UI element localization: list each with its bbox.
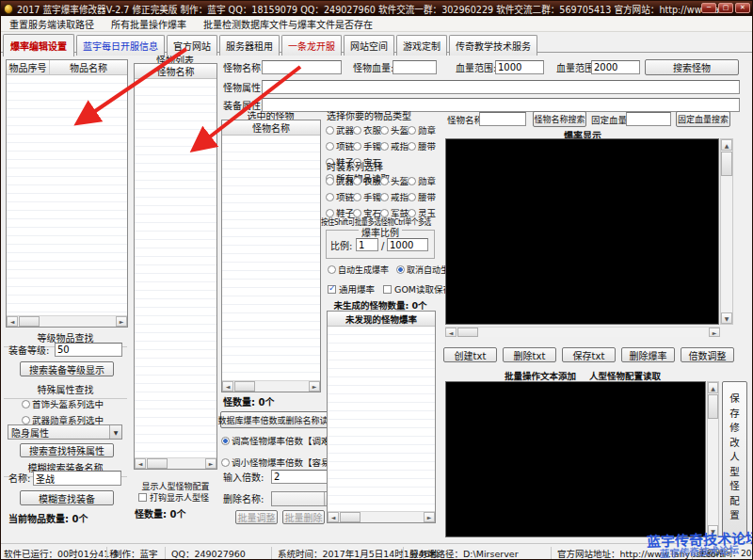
scroll-right-icon[interactable] (309, 381, 320, 392)
name-search-button[interactable]: 怪物名称搜索 (533, 111, 586, 127)
scroll-up-icon[interactable] (708, 382, 718, 393)
scroll-left-icon[interactable] (222, 381, 233, 392)
scroll-left-icon[interactable] (445, 328, 457, 337)
tab[interactable]: 游戏定制 (396, 35, 447, 56)
special-series-radio[interactable]: 首饰头盔系列选中 (22, 397, 104, 410)
tab[interactable]: 蓝宇每日开服信息 (76, 35, 165, 56)
scroll-left-icon[interactable] (135, 458, 146, 469)
rate-display-vscrollbar[interactable] (720, 138, 733, 325)
rate-display-hscrollbar[interactable] (445, 327, 720, 337)
batch-adjust-button[interactable]: 批量调整 (235, 510, 278, 524)
scroll-up-icon[interactable] (721, 139, 732, 151)
rate-display-box[interactable] (445, 138, 719, 325)
save-human-config-button[interactable]: 保存修改人型怪配置 (722, 381, 747, 537)
fuzzy-name-input[interactable] (33, 471, 121, 486)
tab[interactable]: 服务器租用 (219, 35, 280, 56)
right-monster-name-input[interactable] (479, 112, 526, 126)
item-type-radio[interactable]: 项链 (326, 139, 353, 152)
selected-list-body[interactable] (222, 136, 320, 380)
equip-attr-input[interactable] (262, 98, 740, 112)
scroll-down-icon[interactable] (721, 312, 732, 324)
item-type-radio[interactable]: 武器 (326, 123, 353, 136)
special-attr-dropdown[interactable]: 隐身属性 (8, 424, 122, 440)
scroll-right-icon[interactable] (424, 512, 435, 522)
item-type-radio[interactable]: 勋章 (408, 123, 435, 136)
monster-list-body[interactable] (135, 79, 216, 457)
db-rate-read-button[interactable]: 数据库爆率倍数或删除名称读取 (220, 411, 334, 428)
scroll-right-icon[interactable] (709, 328, 720, 337)
hp-range1-input[interactable] (495, 60, 544, 74)
scroll-thumb[interactable] (147, 458, 168, 469)
tab[interactable]: 网站空间 (344, 35, 394, 56)
undiscovered-list-hscrollbar[interactable] (328, 511, 435, 522)
tab[interactable]: 传奇教学技术服务 (449, 35, 537, 56)
scroll-left-icon[interactable] (7, 316, 18, 327)
fixed-hp-input[interactable] (626, 112, 671, 126)
monster-list[interactable]: 怪物名称 (134, 63, 217, 470)
monster-name-column-header[interactable]: 怪物名称 (135, 64, 216, 78)
item-type-radio[interactable]: 腰带 (408, 139, 435, 152)
ratio-denominator-input[interactable] (387, 238, 428, 251)
menu-item[interactable]: 重置服务端读取路径 (1, 17, 103, 31)
monster-attr-input[interactable] (262, 80, 740, 94)
item-list[interactable]: 物品序号 物品名称 (6, 59, 128, 328)
menu-item[interactable]: 批量检测数据库文件与爆率文件是否存在 (195, 17, 381, 31)
minimize-icon[interactable]: ─ (701, 3, 716, 13)
file-button[interactable]: 保存txt (562, 347, 616, 362)
fashion-radio[interactable]: 项链 (326, 190, 353, 203)
selected-name-column-header[interactable]: 怪物名称 (222, 120, 320, 135)
file-button[interactable]: 删除txt (503, 347, 556, 362)
level-search-button[interactable]: 搜索装备等级显示 (20, 361, 114, 376)
fuzzy-search-button[interactable]: 模糊查找装备 (20, 490, 114, 505)
fashion-radio[interactable]: 头盔 (380, 174, 408, 187)
fashion-radio[interactable]: 腰带 (408, 190, 435, 203)
show-human-checkbox[interactable]: 打钩显示人型怪 (138, 491, 209, 504)
fashion-radio[interactable]: 勋章 (408, 174, 435, 187)
fixed-hp-search-button[interactable]: 固定血量搜索 (676, 111, 730, 127)
item-type-radio[interactable]: 衣服 (353, 123, 380, 136)
fashion-radio[interactable]: 衣服 (353, 174, 380, 187)
batch-text-vscrollbar[interactable] (707, 381, 719, 537)
undiscovered-rate-list[interactable]: 未发现的怪物爆率 (327, 311, 436, 523)
selected-list-hscrollbar[interactable] (222, 380, 320, 392)
file-button[interactable]: 删除爆率 (621, 347, 675, 362)
scroll-thumb[interactable] (457, 328, 478, 337)
scroll-left-icon[interactable] (328, 512, 339, 522)
item-list-hscrollbar[interactable] (7, 315, 127, 327)
fashion-radio[interactable]: 武器 (326, 174, 353, 187)
file-button[interactable]: 倍数调整 (681, 347, 734, 362)
tab[interactable]: 一条龙开服 (281, 35, 342, 56)
scroll-thumb[interactable] (19, 316, 40, 327)
menu-item[interactable]: 所有批量操作爆率 (103, 17, 195, 31)
ratio-numerator-input[interactable] (356, 238, 378, 251)
scroll-right-icon[interactable] (205, 458, 216, 469)
scroll-thumb[interactable] (234, 381, 255, 392)
rate-flag-checkbox[interactable]: GOM读取保存 (383, 282, 452, 296)
rate-flag-checkbox[interactable]: 通用爆率 (328, 282, 375, 296)
search-monster-button[interactable]: 搜索怪物 (645, 59, 739, 75)
file-button[interactable]: 创建txt (443, 347, 497, 362)
auto-generate-radio[interactable]: 自动生成爆率 (328, 264, 389, 276)
scroll-thumb[interactable] (708, 394, 718, 419)
fashion-radio[interactable]: 戒指 (380, 190, 408, 203)
item-list-body[interactable] (7, 75, 127, 315)
scroll-right-icon[interactable] (116, 316, 127, 327)
maximize-icon[interactable]: ▢ (718, 3, 733, 13)
batch-text-box[interactable] (445, 381, 706, 537)
scroll-thumb[interactable] (721, 152, 732, 176)
hp-range2-input[interactable] (591, 60, 640, 74)
item-type-radio[interactable]: 头盔 (380, 123, 408, 136)
tab[interactable]: 官方网站 (167, 35, 217, 56)
item-type-radio[interactable]: 手镯 (353, 139, 380, 152)
item-type-radio[interactable]: 戒指 (380, 139, 408, 152)
monster-list-hscrollbar[interactable] (135, 457, 216, 469)
tab[interactable]: 爆率编辑设置 (3, 34, 74, 56)
item-index-column-header[interactable]: 物品序号 (7, 60, 50, 74)
monster-hp-input[interactable] (393, 60, 437, 74)
close-icon[interactable]: ✕ (735, 3, 750, 13)
scroll-thumb[interactable] (340, 512, 360, 522)
fashion-radio[interactable]: 手镯 (353, 190, 380, 203)
batch-delete-button[interactable]: 批量删除 (282, 510, 325, 524)
monster-name-input[interactable] (262, 60, 342, 74)
item-name-column-header[interactable]: 物品名称 (50, 60, 127, 74)
